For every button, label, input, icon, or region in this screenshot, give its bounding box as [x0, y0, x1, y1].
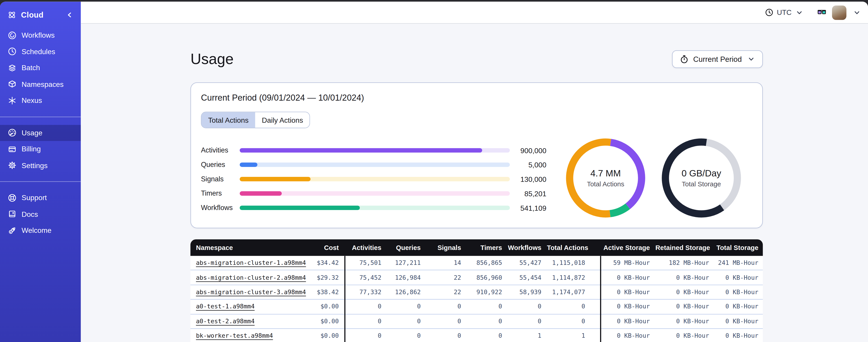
namespace-link[interactable]: a0-test-2.a98mm4: [196, 318, 255, 325]
namespaces-icon: [7, 80, 17, 89]
cell-retained_storage: 0 KB-Hour: [655, 288, 715, 296]
donut-total-actions: 4.7 MMTotal Actions: [566, 138, 646, 218]
user-menu-chevron-down-icon[interactable]: [852, 9, 862, 15]
namespace-link[interactable]: abs-migration-cluster-2.a98mm4: [196, 274, 306, 281]
bar-track: [240, 191, 510, 196]
cell-signals: 0: [426, 303, 467, 310]
temporal-logo-icon: [7, 10, 17, 20]
period-select-button[interactable]: Current Period: [672, 50, 763, 68]
cell-timers: 910,922: [467, 288, 508, 296]
usage-bar-row-timers: Timers85,201: [201, 191, 546, 196]
user-avatar[interactable]: [832, 5, 846, 20]
donut-value: 4.7 MM: [590, 168, 621, 179]
bar-fill: [240, 191, 282, 196]
usage-bar-row-activities: Activities900,000: [201, 148, 546, 153]
column-header-active-storage: Active Storage: [591, 244, 655, 251]
charts-row: Activities900,000Queries5,000Signals130,…: [201, 138, 752, 218]
column-header-retained-storage: Retained Storage: [655, 244, 715, 251]
batch-icon: [7, 63, 17, 72]
namespace-link[interactable]: abs-migration-cluster-3.a98mm4: [196, 288, 306, 296]
tab-total-actions[interactable]: Total Actions: [202, 112, 255, 128]
timezone-selector[interactable]: UTC: [765, 8, 804, 17]
sidebar-item-nexus[interactable]: Nexus: [0, 92, 81, 108]
cell-queries: 126,984: [387, 274, 426, 281]
current-period-panel: Current Period (09/01/2024 — 10/01/2024)…: [190, 82, 763, 228]
cell-timers: 0: [467, 303, 508, 310]
cell-activities: 0: [344, 332, 387, 340]
bar-fill: [240, 163, 257, 167]
sidebar-item-support[interactable]: Support: [0, 190, 81, 206]
namespace-link[interactable]: a0-test-1.a98mm4: [196, 303, 255, 310]
cell-retained_storage: 0 KB-Hour: [655, 318, 715, 325]
usage-bars: Activities900,000Queries5,000Signals130,…: [201, 138, 546, 210]
timezone-label: UTC: [777, 8, 792, 17]
sidebar-collapse-button[interactable]: [64, 10, 75, 20]
sidebar-item-billing[interactable]: Billing: [0, 141, 81, 157]
namespace-link[interactable]: bk-worker-test.a98mm4: [196, 332, 273, 340]
sidebar-item-workflows[interactable]: Workflows: [0, 27, 81, 43]
column-header-total-actions: Total Actions: [547, 244, 591, 251]
cell-timers: 0: [467, 332, 508, 340]
cell-workflows: 1: [508, 332, 547, 340]
sidebar-item-settings[interactable]: Settings: [0, 157, 81, 173]
column-header-namespace: Namespace: [190, 244, 307, 251]
sidebar-item-namespaces[interactable]: Namespaces: [0, 76, 81, 92]
workflows-icon: [7, 31, 17, 40]
tab-daily-actions[interactable]: Daily Actions: [255, 112, 310, 128]
sidebar-nav: WorkflowsSchedulesBatchNamespacesNexusUs…: [0, 27, 81, 238]
stopwatch-icon: [679, 55, 689, 64]
sidebar-item-docs[interactable]: Docs: [0, 206, 81, 222]
cell-activities: 75,501: [344, 260, 387, 267]
cell-total_storage: 241 MB-Hour: [715, 260, 763, 267]
sidebar-item-usage[interactable]: Usage: [0, 125, 81, 141]
table-header-row: NamespaceCostActivitiesQueriesSignalsTim…: [190, 239, 763, 256]
content-area: UTC Usage Current Period: [81, 2, 868, 342]
bar-fill: [240, 206, 360, 210]
column-header-queries: Queries: [387, 244, 426, 251]
table-row: bk-worker-test.a98mm4$0.000000110 KB-Hou…: [190, 329, 763, 342]
sidebar-item-label: Welcome: [22, 226, 52, 235]
bar-value: 900,000: [510, 146, 547, 155]
bar-label: Queries: [201, 161, 240, 169]
cell-retained_storage: 0 KB-Hour: [655, 303, 715, 310]
cell-namespace: a0-test-2.a98mm4: [190, 318, 307, 325]
donut-value: 0 GB/Day: [682, 168, 721, 179]
cell-namespace: abs-migration-cluster-3.a98mm4: [190, 288, 307, 296]
cell-namespace: abs-migration-cluster-2.a98mm4: [190, 274, 307, 281]
sidebar-item-batch[interactable]: Batch: [0, 60, 81, 76]
bar-track: [240, 177, 510, 181]
sidebar-item-label: Nexus: [22, 96, 42, 105]
cell-total_actions: 1: [547, 332, 591, 340]
sidebar-item-schedules[interactable]: Schedules: [0, 43, 81, 60]
namespace-link[interactable]: abs-migration-cluster-1.a98mm4: [196, 260, 306, 267]
billing-icon: [7, 145, 17, 153]
cell-namespace: bk-worker-test.a98mm4: [190, 332, 307, 340]
chevron-down-icon: [794, 9, 804, 15]
table-row: abs-migration-cluster-3.a98mm4$38.4277,3…: [190, 285, 763, 300]
glasses-icon[interactable]: [817, 8, 827, 16]
sidebar-item-label: Schedules: [22, 47, 55, 56]
cell-total_storage: 0 KB-Hour: [715, 303, 763, 310]
cell-total_actions: 0: [547, 318, 591, 325]
column-header-timers: Timers: [467, 244, 508, 251]
column-header-signals: Signals: [426, 244, 467, 251]
cell-signals: 22: [426, 288, 467, 296]
cell-total_storage: 0 KB-Hour: [715, 288, 763, 296]
cell-namespace: abs-migration-cluster-1.a98mm4: [190, 260, 307, 267]
donut-center: 0 GB/DayTotal Storage: [661, 138, 741, 218]
cell-signals: 0: [426, 318, 467, 325]
table-column-divider: [600, 256, 601, 342]
page: Usage Current Period Current Period (09/…: [81, 24, 868, 342]
sidebar-item-welcome[interactable]: Welcome: [0, 222, 81, 238]
cell-timers: 856,865: [467, 260, 508, 267]
namespace-usage-table: NamespaceCostActivitiesQueriesSignalsTim…: [190, 239, 763, 342]
cell-queries: 0: [387, 332, 426, 340]
usage-donuts: 4.7 MMTotal Actions0 GB/DayTotal Storage: [566, 138, 741, 218]
cell-activities: 0: [344, 318, 387, 325]
cell-queries: 126,862: [387, 288, 426, 296]
usage-bar-row-signals: Signals130,000: [201, 177, 546, 181]
cell-cost: $34.42: [307, 260, 344, 267]
bar-value: 541,109: [510, 204, 547, 212]
bar-fill: [240, 177, 310, 181]
brand-label: Cloud: [21, 10, 43, 20]
